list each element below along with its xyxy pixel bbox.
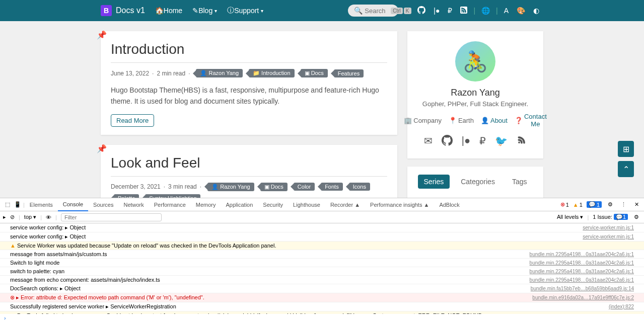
docs-tag[interactable]: ▣ Docs [301, 69, 328, 77]
author-tag[interactable]: 👤 Razon Yang [207, 183, 254, 191]
devtools-tab-performance[interactable]: Performance [149, 198, 191, 211]
home-icon: 🏠 [155, 7, 164, 15]
profile-bio: Gopher, PHPer, Full Stack Engineer. [417, 100, 533, 108]
issues-link[interactable]: 1 Issue: 💬1 [593, 214, 628, 220]
devtools-tab-elements[interactable]: Elements [25, 198, 58, 211]
context-selector[interactable]: top ▾ [24, 214, 36, 220]
tab-tags[interactable]: Tags [506, 175, 533, 189]
console-line[interactable]: message from assets/main/js/custom.tsbun… [0, 250, 644, 259]
contact-link[interactable]: ❓Contact Me [515, 113, 547, 128]
github-icon[interactable] [442, 135, 453, 148]
location-link[interactable]: 📍Earth [449, 113, 474, 128]
nav-support-label: Support [234, 7, 259, 15]
device-icon[interactable]: 📱 [12, 201, 23, 208]
logo[interactable]: B [101, 5, 112, 16]
author-tag[interactable]: 👤 Razon Yang [196, 69, 243, 77]
scroll-top-button[interactable]: ⌃ [618, 161, 634, 177]
nav-support[interactable]: ⓘ Support ▾ [227, 6, 263, 15]
pin-icon: 📌 [97, 30, 107, 40]
close-icon[interactable]: ✕ [632, 201, 641, 208]
github-icon[interactable] [417, 6, 425, 16]
source-link[interactable]: bundle.min.2295a4198…0a31aae204c2a6.js:1 [530, 252, 634, 257]
devtools-tab-recorder[interactable]: Recorder ▲ [325, 198, 365, 211]
category-tag[interactable]: 📁 Introduction [249, 69, 295, 77]
console-line[interactable]: service worker config: ▸ Objectservice-w… [0, 232, 644, 242]
globe-icon[interactable]: 🌐 [481, 7, 490, 15]
paypal-icon[interactable]: ₽ [479, 135, 486, 148]
about-link[interactable]: 👤 About [481, 113, 508, 128]
devtools-tab-security[interactable]: Security [258, 198, 288, 211]
search-box[interactable]: 🔍 Ctrl K [348, 5, 398, 17]
topic-tag[interactable]: Icons [349, 183, 370, 191]
console-line[interactable]: switch to palette: cyanbundle.min.2295a4… [0, 267, 644, 268]
eye-icon[interactable]: 👁 [46, 214, 51, 220]
docs-tag[interactable]: ▣ Docs [260, 183, 288, 191]
nav-home[interactable]: 🏠 Home [155, 7, 182, 15]
post-readtime: 2 min read [157, 70, 185, 77]
devtools-tab-lighthouse[interactable]: Lighthouse [288, 198, 325, 211]
kbd-k: K [404, 8, 411, 14]
devtools-tab-application[interactable]: Application [221, 198, 258, 211]
filter-input[interactable] [61, 213, 162, 221]
source-link[interactable]: service-worker.min.js:1 [583, 225, 634, 230]
profile-card: Razon Yang Gopher, PHPer, Full Stack Eng… [407, 31, 543, 158]
kbd-ctrl: Ctrl [391, 8, 403, 14]
post-title[interactable]: Introduction [111, 41, 387, 63]
devtools-tab-console[interactable]: Console [58, 198, 88, 211]
blog-icon: ✎ [192, 7, 198, 15]
topic-tag[interactable]: Color [294, 183, 315, 191]
inspect-icon[interactable]: ⬚ [3, 201, 12, 208]
patreon-icon[interactable]: |● [462, 135, 470, 148]
devtools-tab-adblock[interactable]: AdBlock [434, 198, 464, 211]
devtools-tab-sources[interactable]: Sources [88, 198, 118, 211]
devtools-tab-performance-insights[interactable]: Performance insights ▲ [365, 198, 434, 211]
post-date: December 3, 2021 [111, 183, 161, 190]
font-icon[interactable]: A [504, 7, 509, 15]
float-buttons: ⊞ ⌃ [618, 141, 634, 177]
rss-icon[interactable] [517, 135, 527, 148]
navbar: B Docs v1 🏠 Home ✎ Blog ▾ ⓘ Support ▾ 🔍 … [0, 0, 644, 21]
console-line[interactable]: service worker config: ▸ Objectservice-w… [0, 223, 644, 232]
console-line[interactable]: ▲ Service Worker was updated because "Up… [0, 242, 644, 250]
source-link[interactable]: bundle.min.2295a4198…0a31aae204c2a6.js:1 [530, 260, 634, 266]
brand[interactable]: Docs v1 [116, 6, 145, 15]
console-output: service worker config: ▸ Objectservice-w… [0, 223, 644, 268]
company-link[interactable]: 🏢 Company [404, 113, 442, 128]
twitter-icon[interactable]: 🐦 [495, 135, 508, 148]
theme-icon[interactable]: ◐ [533, 7, 539, 15]
warn-badge[interactable]: ▲1 [573, 202, 583, 208]
chevron-down-icon: ▾ [214, 8, 217, 14]
devtools-tab-memory[interactable]: Memory [191, 198, 221, 211]
patreon-icon[interactable]: |● [434, 7, 440, 15]
console-line[interactable]: Switch to light modebundle.min.2295a4198… [0, 259, 644, 267]
email-icon[interactable]: ✉ [424, 135, 433, 148]
rss-icon[interactable] [460, 7, 467, 15]
play-icon[interactable]: ▸ [3, 214, 6, 220]
paypal-icon[interactable]: ₽ [448, 7, 452, 15]
search-icon: 🔍 [354, 7, 363, 15]
post-card: 📌 Introduction June 13, 2022 · 2 min rea… [101, 31, 397, 135]
error-badge[interactable]: ⊗1 [560, 201, 569, 208]
settings-icon[interactable]: ⚙ [606, 201, 615, 208]
settings-icon[interactable]: ⚙ [632, 214, 641, 220]
source-link[interactable]: service-worker.min.js:1 [583, 234, 634, 239]
levels-selector[interactable]: All levels ▾ [557, 214, 583, 220]
clear-icon[interactable]: ⊘ [10, 214, 15, 220]
search-input[interactable] [365, 7, 390, 15]
post-date: June 13, 2022 [111, 70, 149, 77]
nav-blog[interactable]: ✎ Blog ▾ [192, 7, 217, 15]
grid-button[interactable]: ⊞ [618, 141, 634, 157]
pin-icon: 📌 [97, 144, 107, 153]
tab-series[interactable]: Series [418, 175, 450, 189]
more-icon[interactable]: ⋮ [619, 201, 628, 208]
palette-icon[interactable]: 🎨 [517, 7, 525, 15]
info-icon: ⓘ [227, 6, 234, 15]
avatar[interactable] [455, 41, 495, 82]
topic-tag[interactable]: Fonts [321, 183, 343, 191]
msg-badge[interactable]: 💬1 [587, 201, 602, 208]
topic-tag[interactable]: Features [334, 69, 364, 77]
post-title[interactable]: Look and Feel [111, 155, 387, 177]
devtools-tab-network[interactable]: Network [118, 198, 149, 211]
read-more-button[interactable]: Read More [111, 114, 154, 127]
tab-categories[interactable]: Categories [455, 175, 501, 189]
